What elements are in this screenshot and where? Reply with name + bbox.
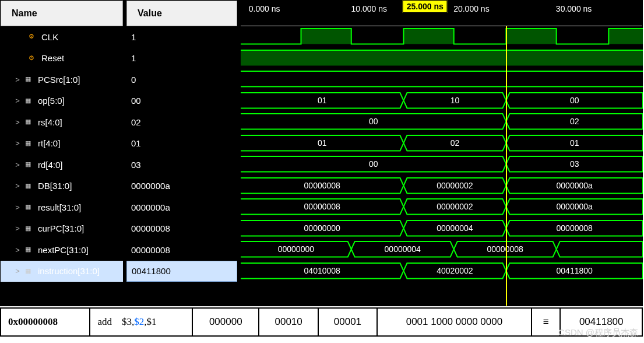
mnemonic: add <box>97 316 112 327</box>
waveform-viewer: Name ⚙CLK⚙Reset>▦PCSrc[1:0]>▦op[5:0]>▦rs… <box>0 0 643 306</box>
waveform-row[interactable]: 00000008000000020000000a <box>241 197 642 218</box>
signal-value-label: 1 <box>131 32 136 42</box>
waveform-row[interactable]: 000000000000000400000008 <box>241 239 642 261</box>
ruler-tick: 30.000 ns <box>556 4 592 13</box>
names-header[interactable]: Name <box>1 1 123 26</box>
bus-signal-icon: ▦ <box>25 225 33 233</box>
svg-text:00000002: 00000002 <box>437 202 473 211</box>
waveform-body[interactable]: 0110000002010201000300000008000000020000… <box>241 26 642 306</box>
reg-src1: $2 <box>134 316 144 327</box>
bus-signal-icon: ▦ <box>25 182 33 190</box>
signal-value-row[interactable]: 1 <box>126 26 237 48</box>
signal-value-row[interactable]: 0000000a <box>126 197 237 218</box>
expand-icon[interactable]: > <box>13 75 22 84</box>
cursor-time-flag[interactable]: 25.000 ns <box>403 0 448 13</box>
signal-name-row[interactable]: >▦rt[4:0] <box>1 133 123 155</box>
signal-name-row[interactable]: ⚙CLK <box>1 26 123 48</box>
waveform-row[interactable]: 010201 <box>241 133 642 155</box>
svg-text:00000004: 00000004 <box>437 223 473 233</box>
svg-text:04010008: 04010008 <box>304 266 341 275</box>
svg-text:00: 00 <box>369 117 378 126</box>
expand-icon[interactable]: > <box>13 96 22 105</box>
waveform-svg: 00000008000000020000000a <box>241 197 643 218</box>
signal-name-row[interactable]: >▦nextPC[31:0] <box>1 239 123 261</box>
signal-name-row[interactable]: >▦PCSrc[1:0] <box>1 69 123 90</box>
waveform-row[interactable]: 000000000000000400000008 <box>241 218 642 240</box>
ruler-tick: 10.000 ns <box>351 4 387 13</box>
expand-icon[interactable]: > <box>13 224 22 233</box>
svg-text:00000000: 00000000 <box>278 244 315 254</box>
bus-signal-icon: ▦ <box>25 203 33 211</box>
expand-icon[interactable]: > <box>13 118 22 127</box>
bus-signal-icon: ▦ <box>25 97 33 105</box>
signal-value-row[interactable]: 0000000a <box>126 176 237 197</box>
signal-value-row[interactable]: 00000008 <box>126 239 237 261</box>
signal-name-row[interactable]: >▦instruction[31:0] <box>1 261 123 282</box>
svg-text:00: 00 <box>570 96 579 105</box>
signal-value-row[interactable]: 00000008 <box>126 218 237 240</box>
waveform-svg <box>241 48 643 69</box>
waveform-svg: 0002 <box>241 111 643 133</box>
svg-text:00000008: 00000008 <box>304 181 341 190</box>
signal-value-label: 02 <box>131 117 141 127</box>
svg-text:00000008: 00000008 <box>304 202 341 211</box>
signal-name-label: result[31:0] <box>38 202 81 212</box>
signal-value-row[interactable]: 01 <box>126 133 237 155</box>
cursor-line[interactable] <box>506 26 507 306</box>
svg-text:01: 01 <box>318 138 327 148</box>
signal-value-row[interactable]: 0 <box>126 69 237 90</box>
waveform-column[interactable]: 0.000 ns 10.000 ns 20.000 ns 30.000 ns 0… <box>241 1 642 306</box>
signal-name-label: rt[4:0] <box>38 138 60 148</box>
waveform-row[interactable] <box>241 26 642 48</box>
waveform-row[interactable] <box>241 69 642 90</box>
bus-signal-icon: ▦ <box>25 118 33 126</box>
bus-signal-icon: ▦ <box>25 246 33 254</box>
svg-text:02: 02 <box>570 117 579 126</box>
waveform-svg: 0003 <box>241 154 643 176</box>
expand-icon[interactable]: > <box>13 139 22 148</box>
signal-name-row[interactable]: >▦DB[31:0] <box>1 176 123 197</box>
signal-value-row[interactable]: 00 <box>126 90 237 112</box>
signal-value-row[interactable]: 03 <box>126 154 237 176</box>
signal-name-row[interactable]: >▦op[5:0] <box>1 90 123 112</box>
svg-text:00000002: 00000002 <box>437 181 473 190</box>
waveform-row[interactable]: 0002 <box>241 111 642 133</box>
signal-value-label: 0 <box>131 75 136 85</box>
waveform-row[interactable]: 040100084002000200411800 <box>241 261 642 282</box>
svg-text:10: 10 <box>451 96 460 105</box>
signal-name-row[interactable]: >▦result[31:0] <box>1 197 123 218</box>
waveform-row[interactable] <box>241 48 642 69</box>
svg-text:0000000a: 0000000a <box>557 181 593 190</box>
waveform-row[interactable]: 011000 <box>241 90 642 112</box>
waveform-svg: 000000000000000400000008 <box>241 218 643 240</box>
expand-icon[interactable]: > <box>13 181 22 190</box>
signal-name-row[interactable]: >▦rd[4:0] <box>1 154 123 176</box>
field-rd-shamt-funct: 0001 1000 0000 0000 <box>377 308 532 336</box>
reg-src2: $1 <box>147 316 157 327</box>
waveform-row[interactable]: 0003 <box>241 154 642 176</box>
values-header[interactable]: Value <box>126 1 237 26</box>
expand-icon[interactable]: > <box>13 203 22 212</box>
signal-name-row[interactable]: ⚙Reset <box>1 48 123 69</box>
expand-icon[interactable]: > <box>13 160 22 169</box>
waveform-svg <box>241 26 643 48</box>
signal-value-label: 00 <box>131 96 141 106</box>
signal-value-label: 01 <box>131 138 141 148</box>
ruler-tick: 0.000 ns <box>249 4 280 13</box>
signal-values-column: Value 110000201030000000a0000000a0000000… <box>126 1 237 306</box>
signal-value-label: 0000000a <box>131 181 170 191</box>
signal-name-row[interactable]: >▦rs[4:0] <box>1 111 123 133</box>
signal-value-row[interactable]: 1 <box>126 48 237 69</box>
address-cell: 0x00000008 <box>1 308 90 336</box>
signal-value-row[interactable]: 00411800 <box>126 261 237 282</box>
expand-icon[interactable]: > <box>13 267 22 275</box>
signal-value-row[interactable]: 02 <box>126 111 237 133</box>
reg-dest: $3 <box>122 316 132 327</box>
signal-name-row[interactable]: >▦curPC[31:0] <box>1 218 123 240</box>
signal-name-label: rd[4:0] <box>38 160 63 170</box>
expand-icon[interactable]: > <box>13 246 22 254</box>
signal-name-label: instruction[31:0] <box>38 266 100 276</box>
signal-name-label: DB[31:0] <box>38 181 72 191</box>
signal-names-column: Name ⚙CLK⚙Reset>▦PCSrc[1:0]>▦op[5:0]>▦rs… <box>1 1 123 306</box>
waveform-row[interactable]: 00000008000000020000000a <box>241 176 642 197</box>
